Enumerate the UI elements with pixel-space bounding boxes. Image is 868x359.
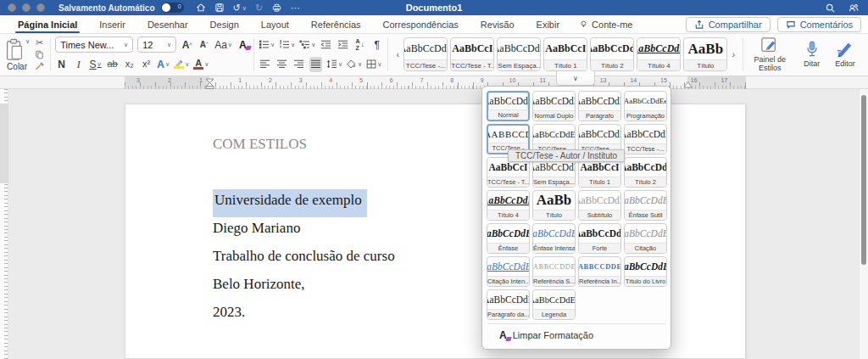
quick-access-toolbar: ↺∨ ↻ ⋯ [196,3,301,13]
style-chip-subt-tulo[interactable]: AaBbCcDdESubtítulo [578,190,621,221]
show-formatting-marks-button[interactable]: ¶ [370,37,383,53]
subscript-button[interactable]: x₂ [123,57,136,72]
style-chip-nfase-sutil[interactable]: AaBbCcDdEeÊnfase Sutil [624,190,667,221]
align-center-button[interactable] [275,57,288,72]
clear-formatting-button[interactable]: A [236,37,249,53]
style-chip-normal[interactable]: AaBbCcDdENormal [487,91,530,121]
style-chip-cita-o[interactable]: AaBbCcDdEeCitação [624,223,667,254]
grow-font-button[interactable]: A^ [181,37,193,53]
tab-refer-ncias[interactable]: Referências [300,15,372,33]
cut-icon[interactable]: ✂ [33,36,46,48]
tab-revis-o[interactable]: Revisão [470,15,526,33]
styles-pane-button[interactable]: Painel de Estilos [748,36,792,73]
style-chip-par-grafo[interactable]: AaBbCcDdEParágrafo [578,91,621,121]
gallery-prev-icon[interactable]: ‹ [394,49,401,59]
save-icon[interactable] [214,3,225,13]
vertical-ruler[interactable] [0,89,8,359]
font-size-select[interactable]: 12 ∨ [137,36,176,53]
underline-button[interactable]: S∨ [89,57,102,72]
undo-button[interactable]: ↺∨ [233,3,247,13]
style-chip-t-tulo[interactable]: AaBbTítulo [683,37,727,71]
style-chip-nfase[interactable]: AaBbCcDdEeÊnfase [487,223,530,254]
style-chip-normal-duplo[interactable]: AaBbCcDdENormal Duplo [532,91,576,121]
print-icon[interactable] [271,3,282,13]
sort-button[interactable]: AZ↓ [353,37,366,53]
tab-exibir[interactable]: Exibir [526,15,571,33]
search-icon[interactable] [825,3,836,14]
style-chip-sem-espa-a[interactable]: AaBbCcDdESem Espaça... [497,37,541,71]
tab-layout[interactable]: Layout [250,15,300,33]
bullet-list-button[interactable]: ∨ [259,37,275,53]
paste-caret-icon[interactable]: ∨ [25,38,30,45]
style-chip-cita-o-inten[interactable]: AaBbCcDdEeCitação Inten... [487,256,530,287]
indent-marker-right[interactable] [683,81,693,88]
style-chip-t-tulo[interactable]: AaBbTítulo [532,190,576,221]
dictate-button[interactable]: Ditar [800,41,823,68]
comments-button[interactable]: Comentários [777,17,861,32]
tab-design[interactable]: Design [199,15,250,33]
undo-caret-icon[interactable]: ∨ [242,5,247,11]
gallery-next-icon[interactable]: › [730,49,737,59]
share-presence-icon[interactable] [848,3,860,14]
font-name-select[interactable]: Times New... ∨ [55,36,133,53]
increase-indent-button[interactable] [337,37,349,53]
align-left-button[interactable] [259,57,271,72]
tab-p-gina-inicial[interactable]: Página Inicial [7,15,88,33]
paste-button[interactable]: ∨ Colar [4,38,30,71]
more-commands-icon[interactable]: ⋯ [291,3,300,13]
style-chip-forte[interactable]: AaBbCcDdIForte [578,223,621,254]
vertical-scrollbar-thumb[interactable] [861,95,866,265]
change-case-button[interactable]: Aa∨ [214,37,232,53]
style-chip-programa-o[interactable]: AaBbCcDdEeProgramação [624,91,667,121]
decrease-indent-button[interactable] [320,37,332,53]
format-painter-icon[interactable] [33,60,46,72]
borders-button[interactable]: ∨ [366,57,381,72]
style-chip-tcc-tese[interactable]: AaBbCcDdETCC/Tese -... [624,124,667,154]
justify-button[interactable] [309,57,322,72]
gallery-expand-button[interactable]: ∨ [556,71,595,86]
tab-correspond-ncias[interactable]: Correspondências [372,15,470,33]
font-color-button[interactable]: A ∨ [193,57,209,72]
style-chip-t-tulo-2[interactable]: AaBbCcDdITítulo 2 [590,37,634,71]
text-effects-button[interactable]: A∨ [157,57,170,72]
style-chip-t-tulo-4[interactable]: AaBbCcDdETítulo 4 [487,190,530,221]
style-chip-t-tulo-do-livro[interactable]: AaBbCcDdEeTítulo do Livro [624,256,667,287]
redo-button[interactable]: ↻ [255,3,263,13]
style-chip-t-tulo-1[interactable]: AaBbCcITítulo 1 [543,37,587,71]
italic-button[interactable]: I [72,57,85,72]
tab-desenhar[interactable]: Desenhar [136,15,199,33]
tell-me-control[interactable]: Conte-me [579,20,632,30]
line-spacing-button[interactable]: ∨ [326,57,342,72]
style-chip-refer-ncia-in[interactable]: AABBCCDDEEReferência In... [578,256,621,287]
multilevel-list-button[interactable]: ∨ [299,37,315,53]
zoom-button[interactable] [36,3,45,12]
style-chip-t-tulo-4[interactable]: AaBbCcDdETítulo 4 [637,37,681,71]
close-button[interactable] [8,3,16,12]
style-chip-par-grafo-da[interactable]: AaBbCcDdEParágrafo da... [487,289,530,320]
style-sample: AaBb [684,38,726,59]
indent-marker-left[interactable] [205,78,214,89]
align-right-button[interactable] [292,57,305,72]
style-chip-legenda[interactable]: AaBbCcDdEeLegenda [532,289,576,320]
numbered-list-button[interactable]: ∨ [279,37,295,53]
autosave-toggle[interactable]: 0 [161,3,184,13]
style-chip-tcc-tese-t[interactable]: AaBbCcITCC/Tese - T... [450,37,494,71]
horizontal-ruler[interactable]: 3211234567891011121314151617 [0,76,868,89]
shrink-font-button[interactable]: Aˇ [198,37,210,53]
style-chip-nfase-intensa[interactable]: AaBbCcDdEeÊnfase Intensa [532,223,576,254]
highlight-color-button[interactable]: ∨ [174,57,189,72]
clear-formatting-item[interactable]: A Limpar Formatação [487,323,665,344]
tab-inserir[interactable]: Inserir [88,15,136,33]
style-chip-tcc-tese[interactable]: AaBbCcDdETCC/Tese -... [403,37,448,71]
style-chip-t-tulo-2[interactable]: AaBbCcDdITítulo 2 [624,157,667,188]
share-button[interactable]: Compartilhar [686,17,771,32]
superscript-button[interactable]: x² [140,57,153,72]
style-chip-refer-ncia-s[interactable]: AABBCCDDEEReferência S... [532,256,576,287]
home-icon[interactable] [196,3,206,13]
copy-icon[interactable] [33,48,46,60]
shading-button[interactable]: ∨ [347,57,362,72]
bold-button[interactable]: N [55,57,68,72]
strikethrough-button[interactable]: ab [106,57,119,72]
minimize-button[interactable] [22,3,31,12]
editor-button[interactable]: Editor [832,41,859,68]
